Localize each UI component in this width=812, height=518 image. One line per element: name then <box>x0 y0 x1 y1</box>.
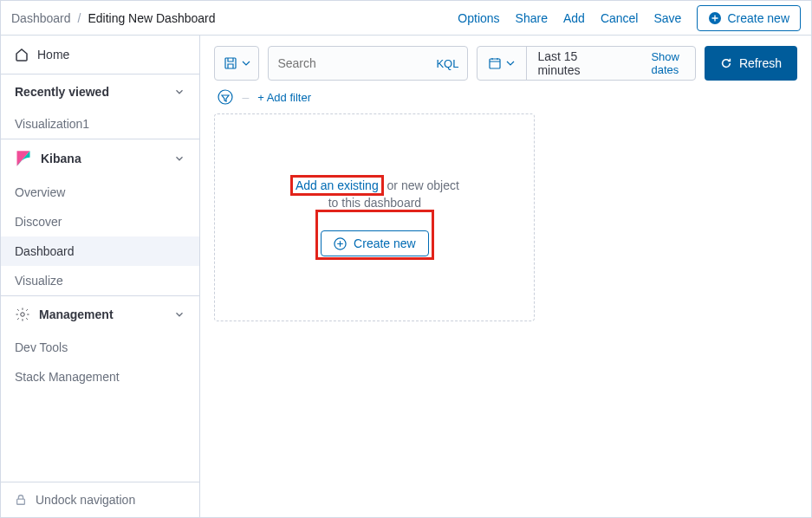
sidebar: Home Recently viewed Visualization1 Kiba… <box>1 36 200 517</box>
chevron-down-icon <box>503 56 517 70</box>
query-bar: KQL Last 15 minutes Show dates Refresh <box>214 46 797 81</box>
saved-query-button[interactable] <box>214 46 259 81</box>
svg-rect-4 <box>490 59 500 68</box>
search-input[interactable] <box>277 56 429 70</box>
refresh-icon <box>720 57 732 69</box>
plus-circle-icon <box>334 237 347 250</box>
breadcrumb: Dashboard / Editing New Dashboard <box>11 11 215 25</box>
svg-rect-2 <box>17 499 25 504</box>
filter-bar: – + Add filter <box>214 81 797 113</box>
breadcrumb-parent[interactable]: Dashboard <box>11 11 71 25</box>
top-bar: Dashboard / Editing New Dashboard Option… <box>1 1 811 36</box>
add-existing-link[interactable]: Add an existing <box>296 178 379 192</box>
refresh-label: Refresh <box>739 56 782 70</box>
management-header[interactable]: Management <box>1 296 199 333</box>
or-new-text: or new object <box>384 178 459 192</box>
show-dates-link[interactable]: Show dates <box>646 50 685 76</box>
breadcrumb-current: Editing New Dashboard <box>88 11 215 25</box>
sidebar-item-discover[interactable]: Discover <box>1 207 199 236</box>
chevron-down-icon <box>173 152 185 165</box>
kibana-header[interactable]: Kibana <box>1 139 199 178</box>
breadcrumb-separator: / <box>78 11 81 25</box>
kql-toggle[interactable]: KQL <box>429 57 458 70</box>
svg-point-1 <box>21 313 25 317</box>
chevron-down-icon <box>173 308 185 321</box>
sidebar-item-dashboard[interactable]: Dashboard <box>1 236 199 266</box>
home-label: Home <box>37 48 69 62</box>
save-icon <box>224 56 237 70</box>
kibana-logo-icon <box>15 150 32 167</box>
recent-item[interactable]: Visualization1 <box>1 109 199 139</box>
create-new-inner-label: Create new <box>354 236 416 250</box>
create-new-inner-button[interactable]: Create new <box>321 230 429 256</box>
create-new-highlight: Create new <box>315 210 434 260</box>
management-label: Management <box>39 308 114 321</box>
plus-circle-icon <box>708 11 722 25</box>
date-picker: Last 15 minutes Show dates <box>477 46 696 81</box>
svg-rect-3 <box>225 58 236 68</box>
cancel-link[interactable]: Cancel <box>601 11 639 25</box>
to-dashboard-text: to this dashboard <box>290 196 459 210</box>
sidebar-item-visualize[interactable]: Visualize <box>1 266 199 296</box>
recently-viewed-label: Recently viewed <box>15 85 109 99</box>
chevron-down-icon <box>173 86 185 98</box>
home-link[interactable]: Home <box>1 36 199 74</box>
undock-navigation[interactable]: Undock navigation <box>1 482 199 517</box>
search-box: KQL <box>268 46 468 81</box>
dashboard-empty-zone: Add an existing or new object to this da… <box>214 113 535 321</box>
share-link[interactable]: Share <box>516 11 548 25</box>
undock-label: Undock navigation <box>36 493 135 507</box>
home-icon <box>15 48 29 62</box>
create-new-label: Create new <box>727 11 789 25</box>
top-actions: Options Share Add Cancel Save Create new <box>458 5 801 31</box>
chevron-down-icon <box>239 56 253 70</box>
gear-icon <box>15 307 30 322</box>
calendar-button[interactable] <box>488 47 527 80</box>
add-link[interactable]: Add <box>563 11 585 25</box>
sidebar-item-devtools[interactable]: Dev Tools <box>1 333 199 362</box>
recently-viewed-header[interactable]: Recently viewed <box>1 74 199 109</box>
options-link[interactable]: Options <box>458 11 499 25</box>
calendar-icon <box>488 56 502 70</box>
create-new-button[interactable]: Create new <box>697 5 801 31</box>
kibana-label: Kibana <box>41 152 81 165</box>
date-range-label[interactable]: Last 15 minutes <box>534 49 580 77</box>
save-link[interactable]: Save <box>653 11 681 25</box>
filter-separator: – <box>242 90 249 104</box>
filter-options-icon[interactable] <box>218 89 233 105</box>
add-existing-highlight: Add an existing <box>290 175 384 196</box>
refresh-button[interactable]: Refresh <box>705 46 797 81</box>
sidebar-item-overview[interactable]: Overview <box>1 178 199 207</box>
main-content: KQL Last 15 minutes Show dates Refresh –… <box>200 36 811 517</box>
lock-icon <box>15 494 27 506</box>
empty-prompt: Add an existing or new object to this da… <box>290 175 459 260</box>
svg-point-5 <box>218 90 232 104</box>
sidebar-item-stackmgmt[interactable]: Stack Management <box>1 362 199 392</box>
add-filter-link[interactable]: + Add filter <box>257 91 311 104</box>
